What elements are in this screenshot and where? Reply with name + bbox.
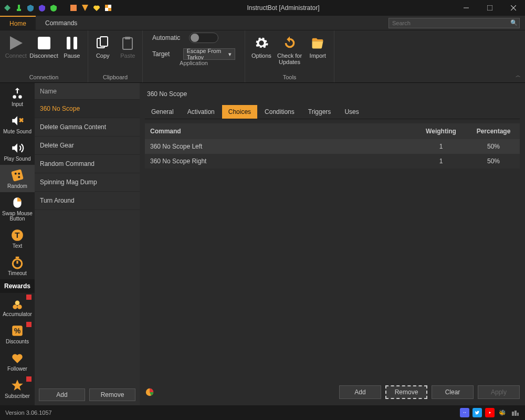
qa-icon-1[interactable] (3, 4, 12, 12)
command-remove-button[interactable]: Remove (89, 388, 135, 401)
sidebar-item-play-sound[interactable]: Play Sound (0, 138, 35, 165)
paste-button[interactable]: Paste (117, 33, 140, 59)
close-button[interactable] (501, 0, 525, 16)
status-icon-2[interactable] (510, 408, 520, 417)
sidebar-item-discounts[interactable]: %Discounts (0, 320, 35, 348)
cell-weighting: 1 (415, 139, 467, 154)
sidebar-item-timeout[interactable]: Timeout (0, 252, 35, 279)
tab-triggers[interactable]: Triggers (302, 105, 338, 119)
mute-icon (10, 113, 25, 128)
folder-icon (309, 35, 326, 51)
svg-rect-1 (18, 5, 20, 9)
search-input[interactable] (389, 20, 509, 26)
menu-tab-home[interactable]: Home (0, 16, 36, 30)
svg-rect-40 (517, 413, 519, 416)
tab-activation[interactable]: Activation (181, 105, 221, 119)
sidebar-item-label: Subscriber (5, 394, 30, 399)
command-item[interactable]: Turn Around (35, 192, 140, 210)
sidebar-item-swap-mouse-button[interactable]: Swap Mouse Button (0, 192, 35, 225)
detail-remove-button[interactable]: Remove (385, 385, 427, 399)
automatic-toggle[interactable] (189, 33, 218, 43)
maximize-button[interactable] (478, 0, 501, 16)
qa-icon-3[interactable] (26, 4, 35, 12)
pause-button[interactable]: Pause (59, 33, 85, 59)
svg-point-26 (18, 173, 20, 175)
command-item[interactable]: Delete Gamma Content (35, 118, 140, 136)
sidebar-item-label: Accumulator (3, 312, 32, 317)
detail-clear-button[interactable]: Clear (432, 385, 474, 399)
sidebar-item-text[interactable]: TText (0, 225, 35, 252)
detail-title: 360 No Scope (145, 86, 520, 105)
twitter-icon[interactable] (472, 408, 482, 417)
command-item[interactable]: 360 No Scope (35, 100, 140, 118)
import-button[interactable]: Import (304, 33, 331, 59)
col-percentage[interactable]: Percentage (467, 123, 520, 139)
discord-icon[interactable] (460, 408, 469, 417)
search-icon[interactable]: 🔍 (509, 19, 519, 26)
tab-uses[interactable]: Uses (338, 105, 365, 119)
options-button[interactable]: Options (248, 33, 275, 59)
command-list: 360 No ScopeDelete Gamma ContentDelete G… (35, 100, 140, 384)
sidebar-item-input[interactable]: Input (0, 83, 35, 110)
table-row[interactable]: 360 No Scope Right150% (145, 154, 520, 169)
detail-add-button[interactable]: Add (339, 385, 381, 399)
ribbon-group-clipboard: Copy Paste Clipboard (88, 30, 143, 82)
command-item[interactable]: Random Command (35, 155, 140, 173)
qa-icon-7[interactable] (81, 4, 89, 12)
target-dropdown[interactable]: Escape From Tarkov ▾ (183, 48, 235, 60)
qa-icon-4[interactable] (38, 4, 46, 12)
col-command[interactable]: Command (145, 123, 415, 139)
cell-command: 360 No Scope Left (145, 139, 415, 154)
svg-rect-2 (17, 9, 21, 11)
detail-apply-button[interactable]: Apply (478, 385, 520, 399)
sidebar-item-accumulator[interactable]: Accumulator (0, 293, 35, 320)
youtube-icon[interactable] (485, 408, 495, 417)
search-box[interactable]: 🔍 (388, 18, 520, 28)
qa-icon-6[interactable] (69, 4, 78, 12)
check-updates-button[interactable]: Check for Updates (277, 33, 303, 65)
sidebar-item-follower[interactable]: Follower (0, 348, 35, 375)
col-weighting[interactable]: Weighting (415, 123, 467, 139)
qa-icon-2[interactable] (15, 4, 23, 12)
sidebar-item-label: Swap Mouse Button (1, 211, 34, 222)
table-row[interactable]: 360 No Scope Left150% (145, 139, 520, 154)
automatic-label: Automatic (152, 34, 183, 41)
svg-rect-14 (38, 37, 50, 49)
sidebar-item-mute-sound[interactable]: Mute Sound (0, 110, 35, 138)
minimize-button[interactable] (454, 0, 478, 16)
heart-icon (10, 351, 25, 365)
sidebar-item-subscriber[interactable]: Subscriber (0, 375, 35, 402)
target-label: Target (152, 50, 177, 58)
titlebar: InstructBot [Administrator] (0, 0, 525, 16)
disconnect-button[interactable]: Disconnect (31, 33, 57, 59)
collapse-ribbon-icon[interactable]: ︿ (516, 72, 521, 79)
connect-button[interactable]: Connect (3, 33, 29, 59)
tab-general[interactable]: General (145, 105, 180, 119)
menu-tab-commands[interactable]: Commands (36, 16, 87, 30)
quick-access-icons (0, 4, 112, 12)
qa-icon-8[interactable] (92, 4, 101, 12)
sidebar-item-random[interactable]: Random (0, 165, 35, 192)
tab-conditions[interactable]: Conditions (258, 105, 301, 119)
qa-icon-9[interactable] (104, 4, 112, 12)
command-item[interactable]: Delete Gear (35, 136, 140, 155)
ribbon-group-label: Clipboard (91, 74, 139, 81)
svg-marker-0 (4, 5, 10, 11)
svg-rect-5 (105, 5, 108, 8)
text-icon: T (10, 228, 25, 243)
svg-point-21 (13, 95, 16, 99)
tab-choices[interactable]: Choices (222, 105, 257, 119)
stop-icon (36, 35, 52, 51)
qa-icon-5[interactable] (49, 4, 58, 12)
pie-chart-icon[interactable] (145, 387, 154, 397)
copy-icon (94, 35, 111, 51)
copy-button[interactable]: Copy (91, 33, 114, 59)
command-item[interactable]: Spinning Mag Dump (35, 173, 140, 192)
discount-icon: % (10, 323, 25, 338)
cell-command: 360 No Scope Right (145, 154, 415, 169)
command-add-button[interactable]: Add (39, 388, 85, 401)
mouse-icon (10, 195, 25, 210)
status-icon-1[interactable]: 🐝 (498, 408, 507, 417)
svg-text:T: T (15, 230, 20, 239)
svg-point-29 (13, 259, 22, 268)
